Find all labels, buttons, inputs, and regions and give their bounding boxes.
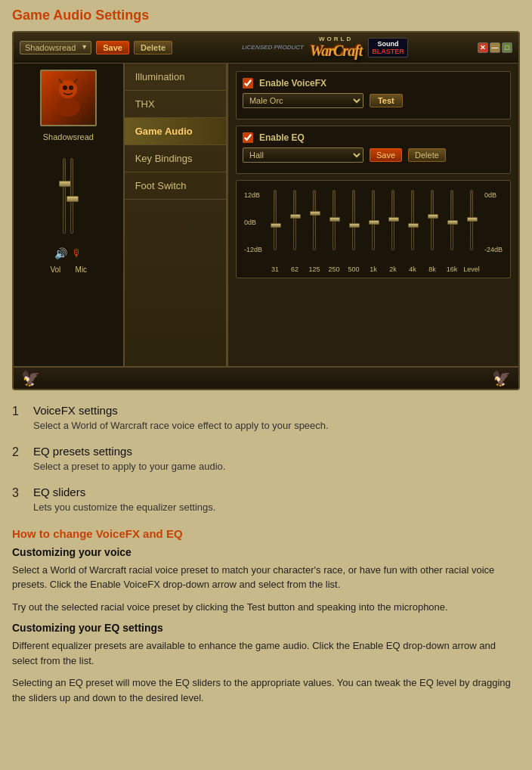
dropdown-arrow-icon: ▼ [81, 43, 88, 51]
vol-slider-thumb[interactable] [59, 181, 71, 187]
voicefx-checkbox[interactable] [243, 78, 253, 88]
voicefx-enable-row: Enable VoiceFX [243, 78, 504, 88]
nav-item-illumination[interactable]: Illumination [125, 64, 226, 91]
svg-point-2 [63, 85, 67, 90]
eq-slider-col-250 [324, 185, 344, 261]
nav-item-thx[interactable]: THX [125, 91, 226, 118]
customizing-eq-p2: Selecting an EQ preset will move the EQ … [12, 675, 520, 705]
eq-slider-col-Level [462, 185, 481, 261]
nav-item-key-bindings[interactable]: Key Bindings [125, 145, 226, 172]
item-title-2: EQ presets settings [33, 445, 225, 458]
eq-slider-track-Level [470, 190, 473, 250]
how-to-heading: How to change VoiceFX and EQ [12, 527, 520, 540]
eq-slider-thumb-2k[interactable] [388, 217, 399, 222]
eq-save-button[interactable]: Save [370, 148, 402, 162]
customizing-eq-heading: Customizing your EQ settings [12, 622, 520, 634]
eq-preset-dropdown[interactable]: Hall [243, 147, 363, 163]
mic-slider[interactable] [70, 151, 73, 241]
eq-slider-track-62 [293, 190, 296, 250]
titlebar-delete-button[interactable]: Delete [134, 41, 172, 54]
nav-panel: Illumination THX Game Audio Key Bindings… [125, 64, 227, 366]
voicefx-preset-row: Male Orc Test [243, 93, 504, 108]
window-footer: 🦅 🦅 [14, 366, 518, 389]
window-controls: ✕ — □ [478, 42, 512, 53]
voicefx-test-button[interactable]: Test [370, 94, 403, 107]
voicefx-label: Enable VoiceFX [259, 78, 326, 88]
item-desc-2: Select a preset to apply to your game au… [33, 460, 225, 473]
eq-slider-thumb-62[interactable] [290, 214, 301, 219]
mic-slider-track [70, 158, 73, 234]
item-number-3: 3 [12, 486, 24, 500]
mic-label: Mic [70, 265, 91, 274]
customizing-voice-heading: Customizing your voice [12, 546, 520, 558]
voicefx-preset-dropdown[interactable]: Male Orc [243, 93, 363, 108]
eq-slider-thumb-Level[interactable] [467, 217, 478, 222]
eq-slider-thumb-8k[interactable] [428, 214, 438, 219]
nav-item-game-audio[interactable]: Game Audio [125, 118, 226, 145]
eq-slider-col-2k [383, 185, 403, 261]
svg-line-4 [59, 79, 62, 83]
eq-slider-track-125 [313, 190, 316, 250]
eq-enable-checkbox[interactable] [243, 132, 253, 143]
window-maximize-button[interactable]: □ [502, 42, 512, 53]
eq-freq-label-8k: 8k [422, 265, 442, 273]
left-panel: Shadowsread 🔊 🎙 Vol [14, 64, 125, 366]
window-close-button[interactable]: ✕ [478, 42, 488, 53]
blaster-label: BLASTER [372, 48, 404, 55]
vol-labels-row: Vol Mic [45, 265, 91, 274]
eq-slider-thumb-1k[interactable] [369, 220, 379, 225]
character-portrait-art [45, 76, 91, 121]
vol-slider[interactable] [63, 151, 66, 241]
eq-slider-track-500 [352, 190, 355, 250]
eq-enable-label: Enable EQ [259, 132, 305, 143]
vol-label: Vol [45, 265, 66, 274]
profile-dropdown[interactable]: Shadowsread ▼ [20, 41, 91, 54]
eq-freq-label-1k: 1k [363, 265, 383, 273]
sound-blaster-logo: Sound BLASTER [368, 38, 408, 57]
eq-freq-label-Level: Level [462, 265, 481, 273]
titlebar: Shadowsread ▼ Save Delete LICENSED PRODU… [14, 33, 518, 64]
eq-slider-thumb-500[interactable] [349, 223, 360, 228]
item-number-1: 1 [12, 405, 24, 418]
desc-item-3: 3 EQ sliders Lets you customize the equa… [12, 486, 520, 514]
eq-freq-label-250: 250 [324, 265, 344, 273]
eq-slider-col-500 [344, 185, 363, 261]
titlebar-save-button[interactable]: Save [96, 41, 129, 54]
eq-slider-track-4k [411, 190, 414, 250]
nav-item-foot-switch[interactable]: Foot Switch [125, 172, 226, 200]
window-minimize-button[interactable]: — [490, 42, 500, 53]
customizing-voice-p1: Select a World of Warcraft racial voice … [12, 563, 520, 592]
eq-slider-track-2k [391, 190, 394, 250]
voicefx-section: Enable VoiceFX Male Orc Test [236, 71, 511, 120]
blizzard-logo: LICENSED PRODUCT [242, 44, 304, 51]
eq-freq-label-500: 500 [344, 265, 363, 273]
eq-slider-thumb-16k[interactable] [447, 220, 458, 225]
mic-mute-icon[interactable]: 🎙 [72, 247, 82, 259]
mic-slider-thumb[interactable] [66, 196, 79, 202]
eq-slider-thumb-125[interactable] [310, 211, 320, 216]
titlebar-left: Shadowsread ▼ Save Delete [20, 41, 172, 54]
eq-sliders-layout: 12dB 0dB -12dB 31621252505001k2k4k8k16kL… [244, 185, 503, 273]
volume-icon[interactable]: 🔊 [54, 247, 67, 259]
eq-db-labels-right: 0dB -24dB [481, 188, 503, 256]
item-desc-3: Lets you customize the equalizer setting… [33, 501, 215, 514]
eq-slider-thumb-4k[interactable] [408, 223, 419, 228]
logo-warcraft-text: WarCraft [310, 42, 362, 60]
wow-window: Shadowsread ▼ Save Delete LICENSED PRODU… [12, 31, 520, 390]
eq-sliders-row [265, 185, 481, 261]
eq-slider-thumb-250[interactable] [329, 217, 340, 222]
item-content-1: VoiceFX settings Select a World of Warcr… [33, 404, 329, 433]
eq-sliders-area: 31621252505001k2k4k8k16kLevel [265, 185, 481, 273]
db-minus24-label: -24dB [484, 246, 503, 253]
eq-sliders-container: 12dB 0dB -12dB 31621252505001k2k4k8k16kL… [236, 180, 511, 278]
eq-slider-col-31 [265, 185, 285, 261]
description-section: 1 VoiceFX settings Select a World of War… [12, 404, 520, 705]
desc-item-2: 2 EQ presets settings Select a preset to… [12, 445, 520, 473]
eq-db-labels-left: 12dB 0dB -12dB [244, 188, 265, 256]
profile-name: Shadowsread [25, 43, 76, 52]
eq-slider-thumb-31[interactable] [271, 223, 281, 228]
desc-item-1: 1 VoiceFX settings Select a World of War… [12, 404, 520, 433]
item-content-3: EQ sliders Lets you customize the equali… [33, 486, 215, 514]
item-content-2: EQ presets settings Select a preset to a… [33, 445, 225, 473]
eq-delete-button[interactable]: Delete [408, 148, 446, 162]
